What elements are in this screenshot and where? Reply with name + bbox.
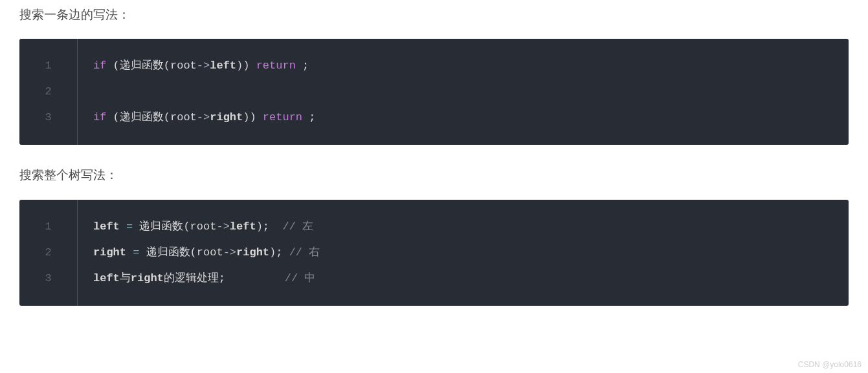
code-area-1: if (递归函数(root->left)) return ; if (递归函数(… xyxy=(78,39,849,145)
code-line: left与right的逻辑处理; // 中 xyxy=(93,266,833,292)
code-line: if (递归函数(root->right)) return ; xyxy=(93,105,833,131)
section-1: 搜索一条边的写法： 1 2 3 if (递归函数(root->left)) re… xyxy=(19,5,849,145)
gutter-1: 1 2 3 xyxy=(19,39,78,145)
line-number: 1 xyxy=(19,214,77,240)
heading-1: 搜索一条边的写法： xyxy=(19,5,849,25)
code-block-2: 1 2 3 left = 递归函数(root->left); // 左 righ… xyxy=(19,200,849,306)
line-number: 3 xyxy=(19,266,77,292)
line-number: 3 xyxy=(19,105,77,131)
code-block-1: 1 2 3 if (递归函数(root->left)) return ; if … xyxy=(19,39,849,145)
code-line: right = 递归函数(root->right); // 右 xyxy=(93,240,833,266)
gutter-2: 1 2 3 xyxy=(19,200,78,306)
line-number: 2 xyxy=(19,240,77,266)
line-number: 2 xyxy=(19,79,77,105)
code-line xyxy=(93,79,833,105)
code-line: if (递归函数(root->left)) return ; xyxy=(93,53,833,79)
code-area-2: left = 递归函数(root->left); // 左 right = 递归… xyxy=(78,200,849,306)
line-number: 1 xyxy=(19,53,77,79)
section-2: 搜索整个树写法： 1 2 3 left = 递归函数(root->left); … xyxy=(19,165,849,305)
code-line: left = 递归函数(root->left); // 左 xyxy=(93,214,833,240)
heading-2: 搜索整个树写法： xyxy=(19,165,849,185)
